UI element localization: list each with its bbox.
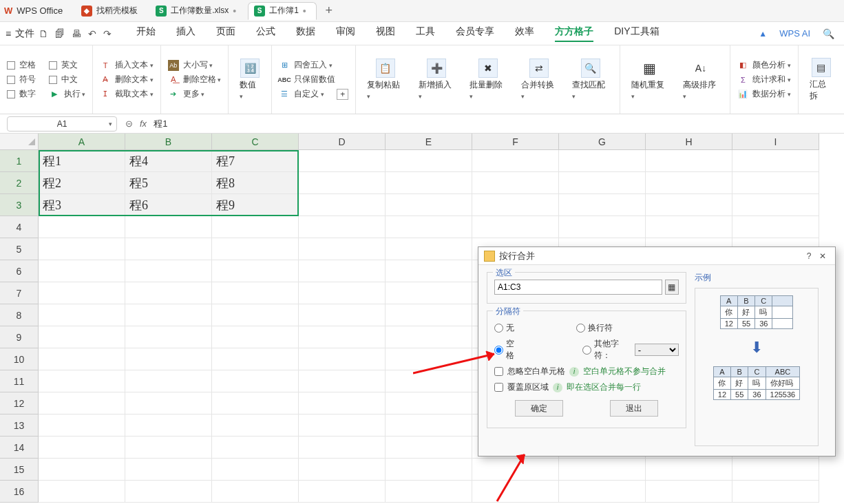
cell-D13[interactable] xyxy=(299,414,386,437)
cell-C12[interactable] xyxy=(212,392,299,414)
cell-E6[interactable] xyxy=(386,260,472,282)
cell-D9[interactable] xyxy=(299,326,386,348)
insert-text-button[interactable]: 插入文本 xyxy=(115,59,154,71)
menu-item-2[interactable]: 页面 xyxy=(216,25,235,42)
execute-button[interactable]: 执行 xyxy=(64,88,86,100)
cell-B12[interactable] xyxy=(125,392,212,414)
extract-text-button[interactable]: 截取文本 xyxy=(115,88,154,100)
cell-D2[interactable] xyxy=(299,172,386,194)
merge-button[interactable]: 合并转换 xyxy=(521,79,558,101)
cell-B14[interactable] xyxy=(125,437,212,459)
col-head-G[interactable]: G xyxy=(559,134,646,150)
col-head-E[interactable]: E xyxy=(386,134,472,150)
del-space-button[interactable]: 删除空格 xyxy=(183,74,222,85)
cell-E7[interactable] xyxy=(386,282,472,304)
case-button[interactable]: 大小写 xyxy=(183,59,213,71)
data-button[interactable]: 数据分析 xyxy=(752,88,791,100)
cell-B9[interactable] xyxy=(125,326,212,348)
cell-B15[interactable] xyxy=(125,459,212,481)
cell-D4[interactable] xyxy=(299,216,386,238)
cell-E16[interactable] xyxy=(386,481,472,503)
add-custom-button[interactable]: + xyxy=(337,89,348,100)
cell-I16[interactable] xyxy=(732,481,819,503)
row-head-13[interactable]: 13 xyxy=(0,414,39,437)
menu-item-1[interactable]: 插入 xyxy=(176,25,196,42)
cell-D14[interactable] xyxy=(299,437,386,459)
chk-number[interactable] xyxy=(7,90,15,98)
cell-B3[interactable]: 程6 xyxy=(125,194,212,216)
menu-item-5[interactable]: 审阅 xyxy=(336,25,355,42)
chk-english[interactable] xyxy=(49,61,57,70)
cell-A6[interactable] xyxy=(39,260,125,282)
cell-D10[interactable] xyxy=(299,348,386,370)
cell-G1[interactable] xyxy=(559,150,646,172)
cell-E12[interactable] xyxy=(386,392,472,414)
cell-C6[interactable] xyxy=(212,260,299,282)
cell-C5[interactable] xyxy=(212,238,299,260)
cell-A7[interactable] xyxy=(39,282,125,304)
cell-D15[interactable] xyxy=(299,459,386,481)
row-head-3[interactable]: 3 xyxy=(0,194,39,216)
tab-templates[interactable]: ◆ 找稻壳模板 xyxy=(75,2,148,20)
cell-E2[interactable] xyxy=(386,172,472,194)
cell-E11[interactable] xyxy=(386,370,472,392)
cell-H1[interactable] xyxy=(646,150,732,172)
row-head-15[interactable]: 15 xyxy=(0,459,39,481)
round-button[interactable]: 四舍五入 xyxy=(294,59,333,71)
col-head-H[interactable]: H xyxy=(646,134,732,150)
other-char-input[interactable]: - xyxy=(635,344,679,356)
rand-button[interactable]: 随机重复 xyxy=(631,79,668,101)
exit-button[interactable]: 退出 xyxy=(610,400,658,417)
cell-B16[interactable] xyxy=(125,481,212,503)
cell-G4[interactable] xyxy=(559,216,646,238)
cell-D8[interactable] xyxy=(299,304,386,326)
row-head-16[interactable]: 16 xyxy=(0,481,39,503)
cell-B8[interactable] xyxy=(125,304,212,326)
keepnum-button[interactable]: 只保留数值 xyxy=(294,74,335,85)
cell-I3[interactable] xyxy=(732,194,819,216)
custom-button[interactable]: 自定义 xyxy=(294,88,324,100)
cell-D16[interactable] xyxy=(299,481,386,503)
menu-file[interactable]: 文件 xyxy=(15,28,34,40)
cell-E4[interactable] xyxy=(386,216,472,238)
col-head-F[interactable]: F xyxy=(472,134,559,150)
cell-H15[interactable] xyxy=(646,459,732,481)
row-head-11[interactable]: 11 xyxy=(0,370,39,392)
stat-button[interactable]: 统计求和 xyxy=(752,74,791,85)
cell-D3[interactable] xyxy=(299,194,386,216)
sort-button[interactable]: 高级排序 xyxy=(683,79,719,101)
menu-item-10[interactable]: 方方格子 xyxy=(555,25,593,42)
cell-A9[interactable] xyxy=(39,326,125,348)
menu-item-9[interactable]: 效率 xyxy=(515,25,534,42)
copy-paste-button[interactable]: 复制粘贴 xyxy=(367,79,403,101)
row-head-9[interactable]: 9 xyxy=(0,326,39,348)
cell-A3[interactable]: 程3 xyxy=(39,194,125,216)
cell-B10[interactable] xyxy=(125,348,212,370)
cell-H4[interactable] xyxy=(646,216,732,238)
tab-workbook-1[interactable]: S 工作簿1 • xyxy=(248,2,317,20)
row-head-7[interactable]: 7 xyxy=(0,282,39,304)
cell-C2[interactable]: 程8 xyxy=(212,172,299,194)
cell-B2[interactable]: 程5 xyxy=(125,172,212,194)
row-head-1[interactable]: 1 xyxy=(0,150,39,172)
new-insert-button[interactable]: 新增插入 xyxy=(419,79,455,101)
menu-item-8[interactable]: 会员专享 xyxy=(456,25,494,42)
qat-icon-1[interactable]: 🗋 xyxy=(39,28,48,39)
cell-D7[interactable] xyxy=(299,282,386,304)
chk-chinese[interactable] xyxy=(49,76,57,84)
cell-G3[interactable] xyxy=(559,194,646,216)
cell-B5[interactable] xyxy=(125,238,212,260)
qat-icon-2[interactable]: 🗐 xyxy=(55,28,65,39)
chk-skip-blank[interactable] xyxy=(494,367,503,376)
row-head-5[interactable]: 5 xyxy=(0,238,39,260)
cell-C11[interactable] xyxy=(212,370,299,392)
qat-icon-4[interactable]: ↶ xyxy=(88,28,96,39)
tab-workbook-count[interactable]: S 工作簿数量.xlsx • xyxy=(149,2,246,20)
cell-A13[interactable] xyxy=(39,414,125,437)
search-icon[interactable]: 🔍 xyxy=(823,28,834,39)
zoom-fx-icon[interactable]: ⊝ xyxy=(125,118,133,129)
menu-item-11[interactable]: DIY工具箱 xyxy=(614,25,659,42)
cell-E15[interactable] xyxy=(386,459,472,481)
row-head-12[interactable]: 12 xyxy=(0,392,39,414)
cell-A4[interactable] xyxy=(39,216,125,238)
